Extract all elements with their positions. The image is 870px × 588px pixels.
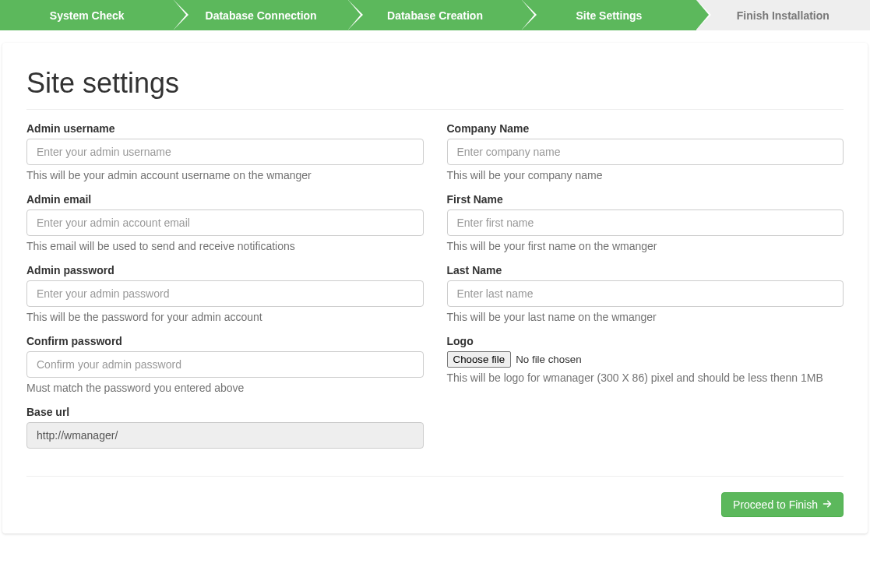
step-finish-installation: Finish Installation <box>696 0 870 30</box>
base-url-input[interactable] <box>26 422 424 449</box>
admin-password-label: Admin password <box>26 264 424 276</box>
first-name-label: First Name <box>447 193 844 206</box>
admin-email-input[interactable] <box>26 209 424 236</box>
left-column: Admin username This will be your admin a… <box>26 122 424 460</box>
main-panel: Site settings Admin username This will b… <box>2 43 868 533</box>
last-name-label: Last Name <box>447 264 844 276</box>
admin-email-help: This email will be used to send and rece… <box>26 240 424 252</box>
admin-password-input[interactable] <box>26 280 424 307</box>
company-name-label: Company Name <box>447 122 844 135</box>
admin-username-help: This will be your admin account username… <box>26 169 424 181</box>
proceed-button-label: Proceed to Finish <box>733 498 818 511</box>
confirm-password-help: Must match the password you entered abov… <box>26 382 424 394</box>
logo-file-input[interactable]: Choose file No file chosen <box>447 351 582 368</box>
logo-label: Logo <box>447 335 844 347</box>
logo-help: This will be logo for wmanager (300 X 86… <box>447 371 844 384</box>
admin-username-label: Admin username <box>26 122 424 135</box>
company-name-help: This will be your company name <box>447 169 844 181</box>
company-name-input[interactable] <box>447 139 844 165</box>
admin-email-label: Admin email <box>26 193 424 206</box>
first-name-input[interactable] <box>447 209 844 236</box>
choose-file-button[interactable]: Choose file <box>447 351 512 368</box>
page-title: Site settings <box>26 67 844 110</box>
step-system-check: System Check <box>0 0 174 30</box>
last-name-help: This will be your last name on the wmang… <box>447 311 844 323</box>
base-url-label: Base url <box>26 406 424 418</box>
first-name-help: This will be your first name on the wman… <box>447 240 844 252</box>
step-database-connection: Database Connection <box>174 0 347 30</box>
admin-username-input[interactable] <box>26 139 424 165</box>
step-site-settings: Site Settings <box>522 0 696 30</box>
right-column: Company Name This will be your company n… <box>447 122 844 460</box>
confirm-password-input[interactable] <box>26 351 424 378</box>
arrow-right-icon <box>822 498 832 511</box>
last-name-input[interactable] <box>447 280 844 307</box>
file-status-text: No file chosen <box>516 354 581 365</box>
step-database-creation: Database Creation <box>348 0 522 30</box>
confirm-password-label: Confirm password <box>26 335 424 347</box>
stepper: System Check Database Connection Databas… <box>0 0 870 30</box>
admin-password-help: This will be the password for your admin… <box>26 311 424 323</box>
footer-row: Proceed to Finish <box>26 476 844 517</box>
proceed-button[interactable]: Proceed to Finish <box>721 492 844 517</box>
